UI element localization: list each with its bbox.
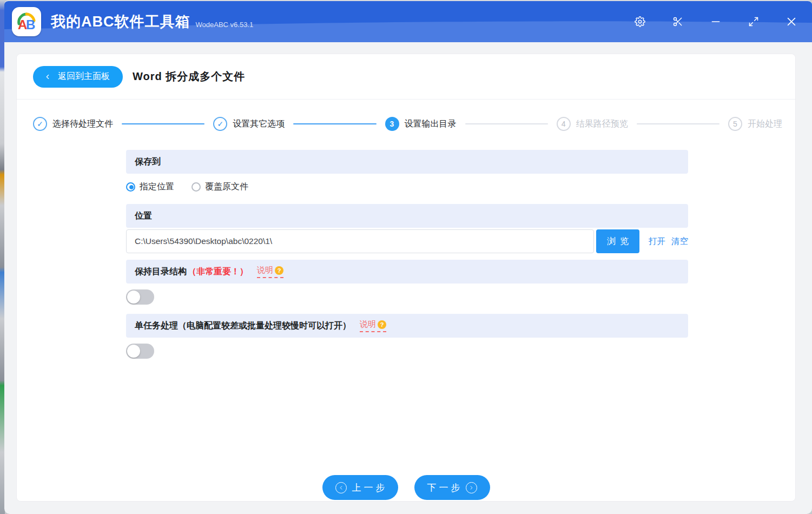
page-title: Word 拆分成多个文件 — [133, 69, 245, 84]
browse-button-label: 浏览 — [607, 236, 633, 247]
gear-icon — [635, 16, 645, 27]
step-1-check-icon: ✓ — [33, 117, 47, 131]
minimize-button[interactable] — [705, 11, 727, 32]
close-button[interactable] — [781, 11, 802, 32]
back-button-label: 返回到主面板 — [58, 71, 110, 82]
step-2-other-options: ✓ 设置其它选项 — [213, 117, 285, 131]
location-path-row: 浏览 打开 清空 — [126, 229, 688, 253]
radio-selected-icon — [126, 182, 135, 192]
output-path-input[interactable] — [126, 229, 594, 253]
browse-button[interactable]: 浏览 — [596, 229, 639, 253]
chevron-left-circle-icon — [335, 482, 347, 493]
step-1-select-files: ✓ 选择待处理文件 — [33, 117, 113, 131]
step-1-label: 选择待处理文件 — [52, 118, 113, 130]
clear-path-link[interactable]: 清空 — [671, 236, 688, 247]
location-title: 位置 — [135, 210, 152, 222]
minimize-icon — [710, 16, 721, 27]
wizard-stepper: ✓ 选择待处理文件 ✓ 设置其它选项 3 设置输出目录 4 结果路径预览 5 开… — [17, 116, 795, 131]
single-task-title: 单任务处理（电脑配置较差或批量处理较慢时可以打开） — [135, 320, 351, 332]
single-task-help-link[interactable]: 说明 ? — [360, 319, 386, 332]
app-logo-icon: A B — [15, 10, 38, 34]
expand-icon — [748, 16, 759, 27]
step-5-number: 5 — [728, 117, 742, 131]
app-logo: A B — [12, 7, 41, 36]
step-3-number: 3 — [385, 117, 399, 131]
step-4-number: 4 — [557, 117, 571, 131]
question-mark-icon: ? — [378, 320, 386, 329]
keep-structure-toggle[interactable] — [126, 289, 154, 305]
form-area: 保存到 指定位置 覆盖原文件 位置 浏览 打开 — [126, 150, 688, 359]
toggle-knob — [127, 291, 140, 304]
chevron-left-icon — [44, 73, 51, 81]
radio-specified-location-label: 指定位置 — [140, 181, 174, 193]
close-icon — [785, 16, 797, 28]
step-connector — [122, 123, 204, 124]
step-4-label: 结果路径预览 — [576, 118, 628, 130]
main-card: 返回到主面板 Word 拆分成多个文件 ✓ 选择待处理文件 ✓ 设置其它选项 3… — [16, 54, 796, 502]
toggle-knob — [127, 345, 140, 358]
app-window: A B 我的ABC软件工具箱 WodeABC v6.53.1 — [4, 0, 812, 514]
radio-overwrite-original[interactable]: 覆盖原文件 — [192, 181, 248, 193]
step-connector — [293, 123, 376, 124]
save-to-radio-group: 指定位置 覆盖原文件 — [126, 181, 688, 193]
step-2-check-icon: ✓ — [213, 117, 227, 131]
back-to-main-button[interactable]: 返回到主面板 — [33, 66, 123, 88]
app-title: 我的ABC软件工具箱 — [51, 12, 190, 31]
step-3-label: 设置输出目录 — [405, 118, 457, 130]
keep-structure-title: 保持目录结构 — [135, 266, 187, 278]
wizard-footer: 上一步 下一步 — [17, 475, 795, 500]
save-to-section-header: 保存到 — [126, 150, 688, 174]
svg-text:B: B — [26, 17, 35, 32]
next-step-button[interactable]: 下一步 — [414, 475, 490, 500]
help-link-label: 说明 — [360, 319, 376, 330]
single-task-toggle[interactable] — [126, 344, 154, 359]
window-controls — [629, 11, 808, 32]
open-folder-link[interactable]: 打开 — [649, 236, 665, 247]
settings-button[interactable] — [629, 11, 651, 32]
radio-unselected-icon — [192, 182, 201, 192]
save-to-title: 保存到 — [135, 156, 161, 168]
maximize-button[interactable] — [743, 11, 764, 32]
question-mark-icon: ? — [275, 266, 283, 275]
radio-overwrite-original-label: 覆盖原文件 — [205, 181, 248, 193]
location-section-header: 位置 — [126, 204, 688, 228]
keep-structure-help-link[interactable]: 说明 ? — [257, 265, 283, 278]
screenshot-cut-button[interactable] — [667, 11, 689, 32]
step-4-result-preview: 4 结果路径预览 — [557, 117, 628, 131]
step-connector — [465, 123, 548, 124]
important-note: （非常重要！） — [188, 266, 248, 278]
keep-structure-section-header: 保持目录结构 （非常重要！） 说明 ? — [126, 260, 688, 284]
step-3-output-directory: 3 设置输出目录 — [385, 117, 457, 131]
single-task-section-header: 单任务处理（电脑配置较差或批量处理较慢时可以打开） 说明 ? — [126, 314, 688, 338]
next-step-label: 下一步 — [427, 482, 463, 494]
step-2-label: 设置其它选项 — [233, 118, 285, 130]
app-version: WodeABC v6.53.1 — [196, 21, 254, 29]
chevron-right-circle-icon — [466, 482, 477, 493]
card-header: 返回到主面板 Word 拆分成多个文件 — [17, 54, 795, 100]
step-connector — [637, 123, 719, 124]
step-5-start-processing: 5 开始处理 — [728, 117, 782, 131]
scissors-icon — [672, 16, 683, 27]
previous-step-button[interactable]: 上一步 — [322, 475, 398, 500]
help-link-label: 说明 — [257, 265, 273, 275]
titlebar: A B 我的ABC软件工具箱 WodeABC v6.53.1 — [4, 1, 812, 42]
previous-step-label: 上一步 — [352, 482, 388, 494]
radio-specified-location[interactable]: 指定位置 — [126, 181, 174, 193]
step-5-label: 开始处理 — [748, 118, 782, 130]
